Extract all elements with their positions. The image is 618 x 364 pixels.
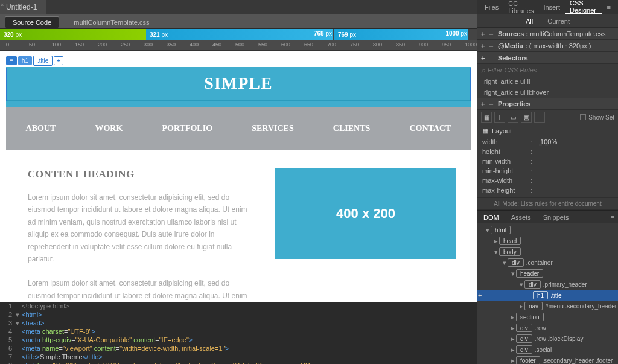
dom-node[interactable]: ▸nav#menu .secondary_header	[477, 301, 618, 311]
layout-property-row[interactable]: min-width:	[482, 156, 613, 166]
ruler-tick: 750	[350, 42, 359, 48]
filter-rules-input[interactable]: Filter CSS Rules	[488, 66, 537, 74]
code-line[interactable]: 4 <meta charset="UTF-8">	[0, 328, 477, 336]
ruler-tick: 550	[258, 42, 267, 48]
dom-menu-icon[interactable]: ≡	[605, 214, 618, 221]
nav-item[interactable]: CONTACT	[409, 124, 451, 133]
nav-item[interactable]: CLIENTS	[333, 124, 370, 133]
css-rule[interactable]: .right_article ul li:hover	[477, 87, 618, 98]
site-left-column: CONTENT HEADING Lorem ipsum dolor sit am…	[28, 168, 251, 302]
close-icon[interactable]: ×	[1, 2, 4, 8]
breakpoint-segment[interactable]: 320 px	[0, 29, 146, 40]
code-line[interactable]: 3▾<head>	[0, 319, 477, 328]
ruler-tick: 850	[396, 42, 405, 48]
text-icon[interactable]: T	[494, 112, 505, 123]
hamburger-icon[interactable]: ≡	[6, 56, 17, 65]
content-heading: CONTENT HEADING	[28, 168, 251, 180]
panel-menu-icon[interactable]: ≡	[602, 0, 616, 14]
layout-category-icon: ▦	[482, 127, 488, 135]
dom-node[interactable]: h1.title+	[477, 290, 618, 301]
related-css-tab[interactable]: multiColumnTemplate.css	[66, 16, 156, 28]
code-line[interactable]: 8 <link href="file:///Macintosh HD/Users…	[0, 362, 477, 364]
add-element-button[interactable]: +	[478, 292, 482, 299]
tab-insert[interactable]: Insert	[538, 0, 565, 14]
filter-rules-row: ⌕ Filter CSS Rules	[477, 64, 618, 76]
add-selector-button[interactable]: +	[54, 56, 63, 65]
design-canvas[interactable]: ≡ h1 .title + SIMPLE ABOUTWORKPORTFOLIOS…	[0, 51, 477, 302]
code-view[interactable]: 1 <!doctype html>2▾<html>3▾<head>4 <meta…	[0, 302, 477, 364]
property-category-icons: ▦ T ▭ ▨ – Show Set	[477, 110, 618, 124]
sources-accordion[interactable]: + – Sources : multiColumnTemplate.css	[477, 28, 618, 40]
ruler-tick: 450	[212, 42, 221, 48]
dom-node[interactable]: ▸div.row .blockDisplay	[477, 333, 618, 344]
media-label: @Media :	[498, 42, 527, 49]
ruler-tick: 950	[442, 42, 451, 48]
code-line[interactable]: 2▾<html>	[0, 311, 477, 319]
mode-note: All Mode: Lists rules for entire documen…	[477, 197, 618, 210]
ruler-tick: 650	[304, 42, 313, 48]
tab-assets[interactable]: Assets	[505, 214, 537, 221]
tab-files[interactable]: Files	[480, 0, 503, 14]
more-icon[interactable]: –	[534, 112, 545, 123]
dom-node[interactable]: ▸section	[477, 311, 618, 322]
nav-item[interactable]: SERVICES	[252, 124, 294, 133]
layout-property-row[interactable]: width: 100%	[482, 137, 613, 147]
layout-property-row[interactable]: min-height:	[482, 166, 613, 176]
breakpoint-segment[interactable]: 321 px768 px	[146, 29, 333, 40]
dom-node[interactable]: ▸footer.secondary_header .footer	[477, 355, 618, 364]
layout-property-row[interactable]: max-width:	[482, 176, 613, 185]
layout-property-row[interactable]: height:	[482, 147, 613, 156]
content-paragraph: Lorem ipsum dolor sit amet, consectetur …	[28, 191, 251, 265]
breakpoint-segment[interactable]: 769 px1000 px	[334, 29, 468, 40]
dom-node[interactable]: ▾div.primary_header	[477, 279, 618, 290]
tab-cc-libraries[interactable]: CC Libraries	[503, 0, 538, 14]
dom-node[interactable]: ▸div.row	[477, 322, 618, 333]
show-set-toggle[interactable]: Show Set	[580, 114, 614, 121]
properties-accordion[interactable]: + – Properties	[477, 98, 618, 110]
background-icon[interactable]: ▨	[521, 112, 532, 123]
dom-node[interactable]: ▾html	[477, 225, 618, 235]
border-icon[interactable]: ▭	[508, 112, 518, 123]
selection-breadcrumb: ≡ h1 .title +	[6, 56, 471, 66]
add-selector-button[interactable]: +	[481, 54, 489, 62]
selection-chip-class[interactable]: .title	[33, 56, 53, 66]
css-mode-current[interactable]: Current	[547, 18, 570, 25]
layout-icon[interactable]: ▦	[481, 112, 492, 123]
image-placeholder: 400 x 200	[275, 168, 456, 259]
panel-tabs: Files CC Libraries Insert CSS Designer ≡	[477, 0, 618, 14]
ruler-tick: 50	[29, 42, 35, 48]
dom-node[interactable]: ▾body	[477, 246, 618, 257]
tab-snippets[interactable]: Snippets	[537, 214, 575, 221]
dom-node[interactable]: ▸div.social	[477, 344, 618, 355]
site-content: CONTENT HEADING Lorem ipsum dolor sit am…	[6, 150, 471, 302]
code-line[interactable]: 5 <meta http-equiv="X-UA-Compatible" con…	[0, 336, 477, 345]
source-code-tab[interactable]: Source Code	[5, 16, 59, 28]
tab-css-designer[interactable]: CSS Designer	[565, 0, 602, 14]
selectors-accordion[interactable]: + – Selectors	[477, 52, 618, 64]
tab-dom[interactable]: DOM	[477, 214, 505, 221]
site-title: SIMPLE	[204, 74, 272, 93]
nav-item[interactable]: WORK	[95, 124, 123, 133]
code-line[interactable]: 7 <title>Simple Theme</title>	[0, 353, 477, 362]
dom-node[interactable]: ▾header	[477, 268, 618, 279]
dom-node[interactable]: ▸head	[477, 235, 618, 246]
media-value: ( max-width : 320px )	[529, 42, 591, 49]
css-mode-all[interactable]: All	[526, 18, 533, 25]
selection-chip-tag[interactable]: h1	[18, 56, 32, 65]
ruler-tick: 150	[75, 42, 84, 48]
dom-node[interactable]: ▾div.container	[477, 257, 618, 268]
code-line[interactable]: 6 <meta name="viewport" content="width=d…	[0, 345, 477, 353]
media-accordion[interactable]: + – @Media : ( max-width : 320px )	[477, 40, 618, 52]
add-property-button[interactable]: +	[481, 100, 489, 107]
nav-item[interactable]: ABOUT	[26, 124, 56, 133]
add-media-button[interactable]: +	[481, 42, 489, 49]
selectors-label: Selectors	[498, 54, 528, 62]
nav-item[interactable]: PORTFOLIO	[162, 124, 213, 133]
dom-tree[interactable]: ▾html▸head▾body▾div.container▾header▾div…	[477, 223, 618, 364]
css-rule[interactable]: .right_article ul li	[477, 76, 618, 87]
document-tab[interactable]: × Untitled-1	[0, 0, 46, 14]
properties-label: Properties	[498, 100, 530, 107]
code-line[interactable]: 1 <!doctype html>	[0, 302, 477, 311]
add-source-button[interactable]: +	[481, 30, 489, 37]
layout-property-row[interactable]: max-height:	[482, 185, 613, 195]
